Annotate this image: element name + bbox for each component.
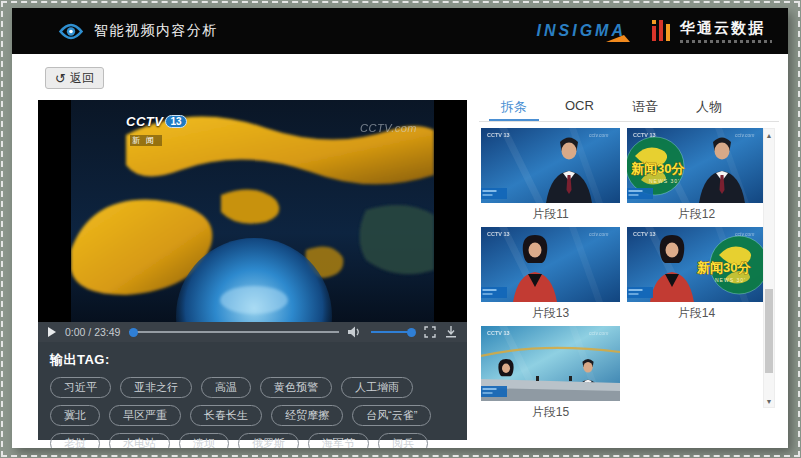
huatong-logo: 华通云数据 (652, 19, 772, 43)
thumb-watermark-mark: cctv.com (589, 132, 608, 138)
clip-thumbnail[interactable]: 新闻30分 NEWS 30' CCTV 13 cctv.com (627, 227, 766, 302)
tags-heading: 输出TAG: (50, 351, 455, 369)
clip-item[interactable]: CCTV 13 cctv.com片段13 (481, 227, 620, 324)
tag-pill[interactable]: 溃坝 (179, 433, 229, 448)
panel-scrollbar[interactable]: ▲ ▼ (763, 128, 775, 408)
thumb-watermark-mark: cctv.com (589, 330, 608, 336)
time-display: 0:00 / 23:49 (65, 326, 120, 338)
huatong-text-block: 华通云数据 (680, 19, 772, 43)
back-button[interactable]: ↺ 返回 (45, 67, 104, 89)
huatong-name: 华通云数据 (680, 19, 772, 38)
video-watermark: CCTV.com (360, 122, 417, 134)
app-title: 智能视频内容分析 (94, 22, 218, 40)
insigma-logo: INSIGMA (537, 22, 626, 40)
video-surface[interactable]: CCTV 13 新闻 CCTV.com (38, 100, 467, 322)
tag-pill[interactable]: 亚非之行 (120, 377, 192, 398)
thumb-watermark-mark: cctv.com (735, 132, 754, 138)
channel-logo-number: 13 (165, 115, 186, 128)
back-arrow-icon: ↺ (55, 72, 66, 85)
header: 智能视频内容分析 INSIGMA 华通云数据 (12, 8, 788, 54)
thumb-watermark-mark: cctv.com (589, 231, 608, 237)
panel-tabs: 拆条OCR语音人物 (479, 95, 779, 122)
clip-item[interactable]: 新闻30分 NEWS 30' CCTV 13 cctv.com片段14 (627, 227, 766, 324)
svg-text:NEWS 30': NEWS 30' (649, 178, 680, 184)
clip-thumbnail[interactable]: CCTV 13 cctv.com (481, 227, 620, 302)
app-window: 智能视频内容分析 INSIGMA 华通云数据 (12, 8, 788, 448)
insigma-swoosh-icon (606, 34, 630, 42)
clip-label: 片段12 (678, 206, 715, 223)
tag-pill[interactable]: 台风“云雀” (352, 405, 431, 426)
huatong-bars-icon (652, 20, 672, 42)
tab-person[interactable]: 人物 (684, 95, 734, 121)
clip-thumbnail[interactable]: 新闻30分 NEWS 30' CCTV 13 cctv.com (627, 128, 766, 203)
analysis-panel: 拆条OCR语音人物 CCTV 13 cctv.com片段11 新闻30分 NEW… (479, 95, 779, 448)
scrollbar-thumb[interactable] (765, 289, 773, 373)
thumb-channel-mark: CCTV 13 (487, 132, 510, 138)
clip-item[interactable]: CCTV 13 cctv.com片段11 (481, 128, 620, 225)
header-right: INSIGMA 华通云数据 (537, 19, 772, 43)
tag-pill[interactable]: 旱区严重 (109, 405, 181, 426)
tag-pill[interactable]: 冀北 (50, 405, 100, 426)
tag-pill[interactable]: 人工增雨 (341, 377, 413, 398)
fullscreen-icon[interactable] (424, 326, 436, 338)
tab-ocr[interactable]: OCR (553, 95, 606, 121)
clip-label: 片段13 (532, 305, 569, 322)
tag-pill[interactable]: 老挝 (50, 433, 100, 448)
tag-pill[interactable]: 海军节 (308, 433, 369, 448)
tab-speech[interactable]: 语音 (620, 95, 670, 121)
back-button-label: 返回 (70, 70, 94, 87)
clip-grid: CCTV 13 cctv.com片段11 新闻30分 NEWS 30' CCTV… (481, 128, 767, 423)
volume-slider[interactable] (371, 331, 415, 333)
volume-icon[interactable] (348, 326, 362, 338)
scroll-up-icon[interactable]: ▲ (764, 129, 774, 141)
clip-overlay-title: 新闻30分 (696, 260, 751, 275)
channel-logo-sub: 新闻 (130, 135, 162, 146)
tag-pill[interactable]: 水电站 (109, 433, 170, 448)
tag-pill[interactable]: 习近平 (50, 377, 111, 398)
seek-bar[interactable] (129, 331, 339, 333)
thumb-channel-mark: CCTV 13 (633, 132, 656, 138)
svg-text:NEWS 30': NEWS 30' (715, 277, 746, 283)
header-brand: 智能视频内容分析 (58, 22, 218, 41)
thumb-channel-mark: CCTV 13 (487, 231, 510, 237)
clip-label: 片段14 (678, 305, 715, 322)
seek-handle[interactable] (129, 328, 138, 337)
thumb-channel-mark: CCTV 13 (633, 231, 656, 237)
tag-pill[interactable]: 经贸摩擦 (271, 405, 343, 426)
clip-label: 片段15 (532, 404, 569, 421)
clip-item[interactable]: 新闻30分 NEWS 30' CCTV 13 cctv.com片段12 (627, 128, 766, 225)
play-button[interactable] (48, 327, 56, 337)
tag-list: 习近平亚非之行高温黄色预警人工增雨冀北旱区严重长春长生经贸摩擦台风“云雀”老挝水… (50, 377, 455, 448)
thumb-channel-mark: CCTV 13 (487, 330, 510, 336)
channel-logo-network: CCTV (126, 114, 163, 129)
clip-overlay-title: 新闻30分 (630, 161, 685, 176)
volume-handle[interactable] (407, 328, 416, 337)
huatong-subtitle-deco (680, 40, 772, 43)
tag-pill[interactable]: 高温 (201, 377, 251, 398)
tag-pill[interactable]: 俄罗斯 (238, 433, 299, 448)
tag-pill[interactable]: 黄色预警 (260, 377, 332, 398)
channel-logo: CCTV 13 新闻 (126, 114, 187, 147)
tab-split[interactable]: 拆条 (489, 95, 539, 121)
tag-pill[interactable]: 阅兵 (378, 433, 428, 448)
scroll-down-icon[interactable]: ▼ (764, 395, 774, 407)
eye-logo-icon (58, 22, 84, 41)
player-controls: 0:00 / 23:49 (38, 322, 467, 342)
video-player: CCTV 13 新闻 CCTV.com 0:00 / 23:49 (38, 100, 467, 342)
tag-pill[interactable]: 长春长生 (190, 405, 262, 426)
clip-item[interactable]: CCTV 13 cctv.com片段15 (481, 326, 620, 423)
clip-label: 片段11 (532, 206, 568, 223)
clip-thumbnail[interactable]: CCTV 13 cctv.com (481, 326, 620, 401)
download-icon[interactable] (445, 326, 457, 338)
thumb-watermark-mark: cctv.com (735, 231, 754, 237)
clip-thumbnail[interactable]: CCTV 13 cctv.com (481, 128, 620, 203)
output-tags-panel: 输出TAG: 习近平亚非之行高温黄色预警人工增雨冀北旱区严重长春长生经贸摩擦台风… (38, 342, 467, 440)
